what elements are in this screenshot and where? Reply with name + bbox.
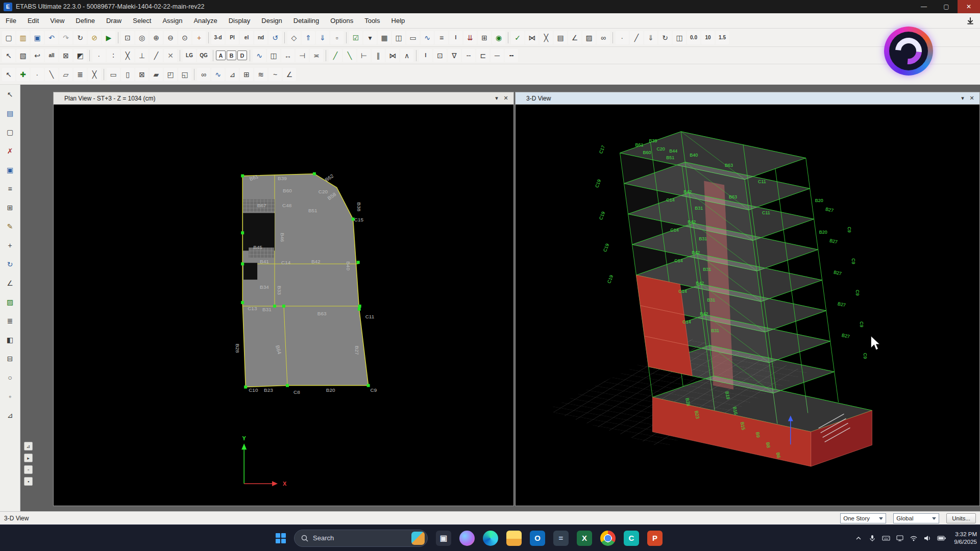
- reshape-object-icon[interactable]: ✚: [16, 68, 30, 81]
- show-extrusions-icon[interactable]: ⊡: [433, 49, 447, 62]
- new-model-icon[interactable]: ▢: [2, 31, 15, 44]
- draw-joint-icon[interactable]: ∙: [31, 68, 44, 81]
- merge-joints-icon[interactable]: ⋈: [525, 31, 538, 44]
- display-icon[interactable]: [896, 534, 904, 542]
- refresh-window-icon[interactable]: ↻: [74, 31, 87, 44]
- show-section-display-icon[interactable]: ◫: [267, 49, 280, 62]
- menu-view[interactable]: View: [44, 13, 70, 29]
- side-save-view-icon[interactable]: ▣: [4, 163, 17, 177]
- task-view-icon[interactable]: ▣: [436, 531, 451, 546]
- get-previous-selection-icon[interactable]: ↩: [31, 49, 44, 62]
- maximize-button[interactable]: ▢: [935, 0, 958, 13]
- undo-icon[interactable]: ↶: [45, 31, 58, 44]
- three-d-view-close-button[interactable]: ✕: [967, 95, 976, 102]
- menu-draw[interactable]: Draw: [101, 13, 127, 29]
- set-display-options-icon[interactable]: ☑: [349, 31, 362, 44]
- refresh-display-icon[interactable]: ↻: [658, 31, 672, 44]
- side-measure-icon[interactable]: ∠: [4, 277, 17, 290]
- quick-draw-frame-icon[interactable]: ▱: [59, 68, 72, 81]
- dimension-horizontal-icon[interactable]: ↔: [281, 49, 295, 62]
- assign-display-d-icon[interactable]: D: [237, 51, 247, 60]
- filter-display-icon[interactable]: ∇: [448, 49, 461, 62]
- draw-curve-icon[interactable]: ~: [268, 68, 282, 81]
- section-cut-icon[interactable]: ◫: [392, 31, 405, 44]
- plan-view-menu-button[interactable]: ▾: [492, 95, 501, 102]
- draw-frame-angle-1-icon[interactable]: ╱: [329, 49, 342, 62]
- menu-edit[interactable]: Edit: [22, 13, 44, 29]
- draw-wall-icon[interactable]: ▯: [121, 68, 134, 81]
- lock-model-icon[interactable]: ⊘: [88, 31, 101, 44]
- select-all-icon[interactable]: all: [45, 49, 58, 62]
- named-display-icon[interactable]: nd: [254, 31, 267, 44]
- rubber-band-zoom-icon[interactable]: ⊡: [121, 31, 134, 44]
- rotate-3d-view-icon[interactable]: ↺: [268, 31, 282, 44]
- menu-analyze[interactable]: Analyze: [188, 13, 223, 29]
- join-frames-icon[interactable]: ⋈: [386, 49, 399, 62]
- clear-selection-icon[interactable]: ⊠: [59, 49, 72, 62]
- line-style-dashed-icon[interactable]: ╌: [462, 49, 475, 62]
- side-area-display-icon[interactable]: ◧: [4, 333, 17, 346]
- redo-icon[interactable]: ↷: [59, 31, 72, 44]
- units-button[interactable]: Units...: [946, 513, 976, 523]
- show-tables-icon[interactable]: ≡: [435, 31, 448, 44]
- side-new-window-icon[interactable]: ▢: [4, 126, 17, 139]
- previous-zoom-icon[interactable]: ⊙: [178, 31, 191, 44]
- mirror-replicate-icon[interactable]: ≋: [254, 68, 267, 81]
- side-properties-icon[interactable]: ▤: [4, 107, 17, 120]
- three-d-view-icon[interactable]: 3-d: [211, 31, 225, 44]
- side-tables-icon[interactable]: ⊞: [4, 201, 17, 214]
- side-circle-tool-icon[interactable]: ○: [4, 371, 17, 384]
- story-selector[interactable]: One Story: [840, 513, 886, 523]
- draw-floor-icon[interactable]: ▭: [107, 68, 120, 81]
- side-slope-tool-icon[interactable]: ⊿: [4, 409, 17, 422]
- volume-icon[interactable]: [923, 534, 932, 542]
- select-by-window-icon[interactable]: ▧: [16, 49, 30, 62]
- menu-assign[interactable]: Assign: [157, 13, 188, 29]
- menu-detailing[interactable]: Detailing: [288, 13, 325, 29]
- draw-frame-angle-2-icon[interactable]: ╲: [343, 49, 356, 62]
- quick-draw-secondary-beams-icon[interactable]: ≣: [74, 68, 87, 81]
- draw-angle-icon[interactable]: ∠: [283, 68, 296, 81]
- draw-grid-icon[interactable]: ⊞: [240, 68, 253, 81]
- display-options-dropdown-icon[interactable]: ▾: [363, 31, 377, 44]
- extend-lines-icon[interactable]: ⊢: [357, 49, 371, 62]
- flip-tool-icon[interactable]: ∧: [400, 49, 413, 62]
- plan-view-close-button[interactable]: ✕: [501, 95, 510, 102]
- edge-icon[interactable]: [483, 531, 498, 546]
- plan-view-icon[interactable]: Pl: [226, 31, 239, 44]
- assign-hatch-icon[interactable]: ▨: [582, 31, 596, 44]
- side-hatch-icon[interactable]: ▨: [4, 295, 17, 309]
- powerpoint-icon[interactable]: P: [647, 531, 663, 546]
- offset-lines-icon[interactable]: ∥: [372, 49, 385, 62]
- three-d-view-titlebar[interactable]: 3-D View ▾ ✕: [516, 92, 979, 105]
- move-up-in-list-icon[interactable]: ⇑: [302, 31, 315, 44]
- line-style-bracket-icon[interactable]: ⊏: [476, 49, 489, 62]
- menu-help[interactable]: Help: [386, 13, 411, 29]
- line-style-solid-icon[interactable]: ─: [491, 49, 504, 62]
- side-select-icon[interactable]: ↖: [4, 88, 17, 101]
- align-tool-icon[interactable]: ≍: [310, 49, 323, 62]
- draw-link-icon[interactable]: ∞: [197, 68, 210, 81]
- show-deformed-shape-icon[interactable]: ∿: [421, 31, 434, 44]
- save-model-icon[interactable]: ▣: [31, 31, 44, 44]
- menu-select[interactable]: Select: [127, 13, 157, 29]
- snap-to-midpoints-icon[interactable]: ∶: [107, 49, 120, 62]
- decimal-display-icon[interactable]: 0.0: [687, 31, 700, 44]
- mini-corner-tool-icon[interactable]: ▸: [24, 454, 33, 462]
- draw-dimension-icon[interactable]: ⊿: [226, 68, 239, 81]
- assign-loads-icon[interactable]: ⇊: [463, 31, 477, 44]
- show-section-i-icon[interactable]: I: [419, 49, 432, 62]
- tile-windows-icon[interactable]: ◫: [673, 31, 686, 44]
- object-shrink-toggle-icon[interactable]: ▫: [330, 31, 344, 44]
- mini-triangle-tool-icon[interactable]: ⊿: [24, 442, 33, 450]
- side-grid-display-icon[interactable]: ⊟: [4, 352, 17, 365]
- edit-grid-icon[interactable]: ⊞: [478, 31, 491, 44]
- coord-system-selector[interactable]: Global: [893, 513, 939, 523]
- plan-view-canvas[interactable]: B61B39B60B62C20B58B51B38C15B67C48B46B45B…: [54, 105, 513, 506]
- draw-tendon-icon[interactable]: ∿: [211, 68, 225, 81]
- assign-display-b-icon[interactable]: B: [227, 51, 236, 60]
- file-explorer-icon[interactable]: [506, 531, 522, 546]
- mini-small-tool-icon[interactable]: ▫: [24, 465, 33, 474]
- side-edit-icon[interactable]: ✎: [4, 220, 17, 233]
- menu-define[interactable]: Define: [70, 13, 101, 29]
